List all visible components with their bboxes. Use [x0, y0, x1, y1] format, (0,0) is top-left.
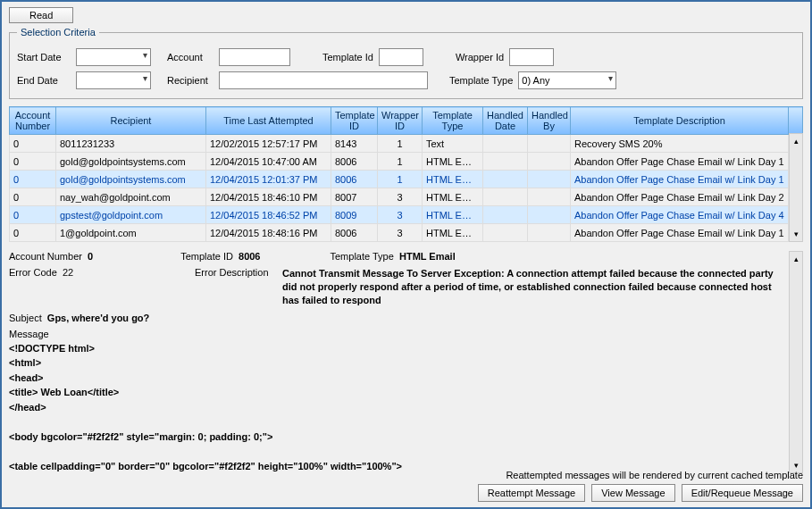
cell-account-number: 0 [10, 188, 56, 206]
detail-scrollbar[interactable]: ▴ ▾ [789, 251, 803, 473]
cell-recipient: gold@goldpointsystems.com [56, 153, 206, 171]
col-scroll-gutter [789, 107, 803, 135]
cell-handled-by [528, 224, 571, 242]
cell-template-type: HTML Email [423, 206, 483, 224]
detail-template-id-label: Template ID [180, 251, 233, 262]
cell-time-last-attempted: 12/04/2015 18:46:52 PM [206, 206, 331, 224]
table-row[interactable]: 0gold@goldpointsystems.com12/04/2015 12:… [10, 171, 803, 188]
cell-handled-by [528, 188, 571, 206]
cell-handled-date [483, 135, 528, 153]
start-date-input[interactable] [76, 48, 151, 66]
cell-wrapper-id: 3 [378, 206, 423, 224]
cell-wrapper-id: 3 [378, 188, 423, 206]
col-wrapper-id[interactable]: Wrapper ID [378, 107, 423, 135]
cell-template-id: 8007 [331, 188, 378, 206]
cell-wrapper-id: 1 [378, 171, 423, 188]
cell-handled-date [483, 206, 528, 224]
detail-account-number-label: Account Number [9, 251, 82, 262]
grid-scrollbar[interactable]: ▴ ▾ [789, 133, 803, 242]
detail-subject-label: Subject [9, 313, 42, 323]
col-account-number[interactable]: Account Number [10, 107, 56, 135]
template-type-label: Template Type [449, 75, 513, 86]
col-handled-date[interactable]: Handled Date [483, 107, 528, 135]
template-id-input[interactable] [379, 48, 423, 66]
detail-message-body: <!DOCTYPE html> <html> <head> <title> We… [9, 341, 787, 474]
cell-template-description: Abandon Offer Page Chase Email w/ Link D… [571, 153, 789, 171]
cell-template-id: 8006 [331, 171, 378, 188]
detail-error-code-value: 22 [63, 267, 73, 278]
wrapper-id-input[interactable] [509, 48, 554, 66]
detail-template-type-value: HTML Email [399, 251, 456, 262]
col-template-description[interactable]: Template Description [571, 107, 789, 135]
detail-panel: Account Number 0 Template ID 8006 Templa… [9, 251, 803, 473]
col-recipient[interactable]: Recipient [56, 107, 206, 135]
cell-handled-by [528, 206, 571, 224]
cell-account-number: 0 [10, 153, 56, 171]
detail-account-number-value: 0 [88, 251, 93, 262]
detail-template-type-label: Template Type [331, 251, 394, 262]
start-date-label: Start Date [17, 52, 71, 63]
cell-account-number: 0 [10, 206, 56, 224]
cell-template-description: Abandon Offer Page Chase Email w/ Link D… [571, 171, 789, 188]
table-row[interactable]: 0gpstest@goldpoint.com12/04/2015 18:46:5… [10, 206, 803, 224]
cell-account-number: 0 [10, 171, 56, 188]
table-row[interactable]: 0801123123312/02/2015 12:57:17 PM81431Te… [10, 135, 803, 153]
col-time-last-attempted[interactable]: Time Last Attempted [206, 107, 331, 135]
cell-template-type: HTML Email [423, 171, 483, 188]
cell-template-type: Text [423, 135, 483, 153]
cell-time-last-attempted: 12/04/2015 18:46:10 PM [206, 188, 331, 206]
cell-template-description: Abandon Offer Page Chase Email w/ Link D… [571, 206, 789, 224]
cell-wrapper-id: 1 [378, 135, 423, 153]
account-label: Account [167, 52, 213, 63]
read-button[interactable]: Read [9, 7, 73, 23]
cell-template-id: 8143 [331, 135, 378, 153]
detail-error-description-label: Error Description [195, 267, 275, 278]
cell-account-number: 0 [10, 224, 56, 242]
footer: Reattempted messages will be rendered by… [9, 470, 803, 502]
wrapper-id-label: Wrapper Id [456, 52, 504, 63]
table-row[interactable]: 0nay_wah@goldpoint.com12/04/2015 18:46:1… [10, 188, 803, 206]
cell-time-last-attempted: 12/04/2015 10:47:00 AM [206, 153, 331, 171]
footer-note: Reattempted messages will be rendered by… [9, 470, 803, 480]
cell-time-last-attempted: 12/02/2015 12:57:17 PM [206, 135, 331, 153]
recipient-input[interactable] [219, 71, 428, 89]
scroll-down-icon[interactable]: ▾ [790, 227, 802, 241]
col-template-type[interactable]: Template Type [423, 107, 483, 135]
cell-template-description: Recovery SMS 20% [571, 135, 789, 153]
results-grid: Account Number Recipient Time Last Attem… [9, 106, 803, 242]
detail-error-code-label: Error Code [9, 267, 57, 278]
cell-wrapper-id: 3 [378, 224, 423, 242]
selection-criteria-group: Selection Criteria Start Date Account Te… [9, 27, 803, 99]
cell-handled-by [528, 171, 571, 188]
cell-wrapper-id: 1 [378, 153, 423, 171]
detail-subject-value: Gps, where'd you go? [47, 313, 149, 323]
cell-time-last-attempted: 12/04/2015 12:01:37 PM [206, 171, 331, 188]
template-id-label: Template Id [322, 52, 373, 63]
cell-handled-by [528, 135, 571, 153]
cell-template-type: HTML Email [423, 188, 483, 206]
end-date-input[interactable] [76, 71, 151, 89]
scroll-up-icon[interactable]: ▴ [790, 134, 802, 148]
detail-template-id-value: 8006 [239, 251, 260, 262]
col-template-id[interactable]: Template ID [331, 107, 378, 135]
recipient-label: Recipient [167, 75, 213, 86]
cell-template-type: HTML Email [423, 153, 483, 171]
cell-template-id: 8006 [331, 224, 378, 242]
table-row[interactable]: 01@goldpoint.com12/04/2015 18:48:16 PM80… [10, 224, 803, 242]
cell-recipient: gold@goldpointsystems.com [56, 171, 206, 188]
table-row[interactable]: 0gold@goldpointsystems.com12/04/2015 10:… [10, 153, 803, 171]
reattempt-button[interactable]: Reattempt Message [478, 484, 585, 502]
col-handled-by[interactable]: Handled By [528, 107, 571, 135]
cell-recipient: 1@goldpoint.com [56, 224, 206, 242]
edit-requeue-button[interactable]: Edit/Requeue Message [682, 484, 803, 502]
account-input[interactable] [219, 48, 290, 66]
end-date-label: End Date [17, 75, 71, 86]
template-type-select[interactable] [518, 71, 616, 89]
scroll-up-icon[interactable]: ▴ [790, 252, 802, 266]
cell-recipient: gpstest@goldpoint.com [56, 206, 206, 224]
view-button[interactable]: View Message [591, 484, 674, 502]
criteria-legend: Selection Criteria [17, 27, 99, 38]
cell-time-last-attempted: 12/04/2015 18:48:16 PM [206, 224, 331, 242]
cell-handled-by [528, 153, 571, 171]
cell-recipient: nay_wah@goldpoint.com [56, 188, 206, 206]
